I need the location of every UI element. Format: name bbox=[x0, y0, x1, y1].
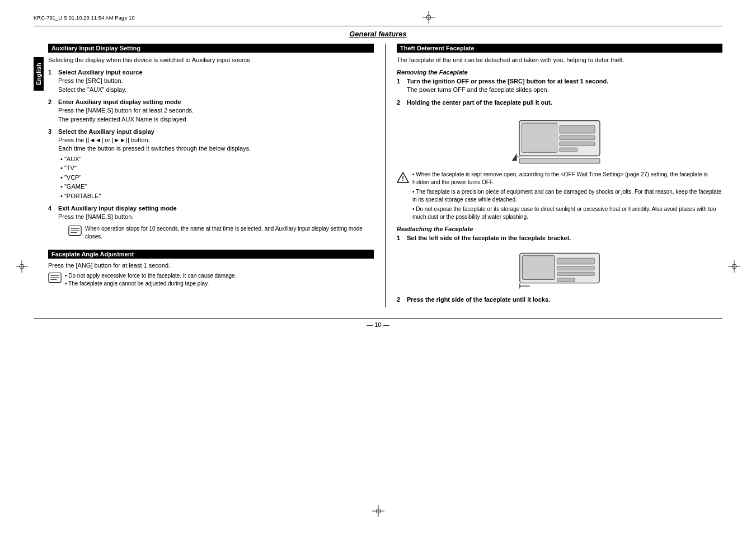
faceplate-image-1 bbox=[397, 110, 722, 166]
bullet-aux: "AUX" bbox=[60, 154, 374, 164]
crosshair-right-icon bbox=[728, 260, 740, 274]
reattaching-title: Reattaching the Faceplate bbox=[397, 226, 722, 232]
remove-step-1: 1 Turn the ignition OFF or press the [SR… bbox=[397, 78, 722, 94]
faceplate-angle-note-box: • Do not apply excessive force to the fa… bbox=[48, 272, 374, 288]
svg-rect-32 bbox=[557, 272, 595, 275]
faceplate-angle-note-2: • The faceplate angle cannot be adjusted… bbox=[65, 280, 236, 288]
aux-section-body: Selecting the display when this device i… bbox=[48, 56, 374, 241]
right-column: Theft Deterrent Faceplate The faceplate … bbox=[397, 44, 722, 307]
warning-triangle-icon: ! bbox=[397, 172, 409, 184]
theft-section: Theft Deterrent Faceplate The faceplate … bbox=[397, 44, 722, 303]
step-1-number: 1 bbox=[48, 69, 56, 76]
remove-step-1-title: Turn the ignition OFF or press the [SRC]… bbox=[407, 78, 608, 85]
note-icon bbox=[68, 225, 82, 236]
reattach-step-1-header: 1 Set the left side of the faceplate in … bbox=[397, 235, 722, 241]
step-3-line-1: Press the [|◄◄] or [►►|] button. bbox=[58, 136, 374, 144]
bullet-portable: "PORTABLE" bbox=[60, 191, 374, 201]
svg-rect-22 bbox=[560, 148, 577, 152]
faceplate-angle-section: Faceplate Angle Adjustment Press the [AN… bbox=[48, 250, 374, 288]
step-3-bullet-list: "AUX" "TV" "VCP" "GAME" "PORTABLE" bbox=[60, 154, 374, 201]
step-3-header: 3 Select the Auxiliary input display bbox=[48, 128, 374, 135]
removing-title: Removing the Faceplate bbox=[397, 69, 722, 76]
faceplate-angle-note-1: • Do not apply excessive force to the fa… bbox=[65, 272, 236, 280]
step-3-content: Press the [|◄◄] or [►►|] button. Each ti… bbox=[58, 136, 374, 200]
svg-rect-20 bbox=[560, 135, 595, 139]
step-4-header: 4 Exit Auxiliary input display setting m… bbox=[48, 205, 374, 212]
svg-rect-18 bbox=[522, 123, 557, 152]
step-4: 4 Exit Auxiliary input display setting m… bbox=[48, 205, 374, 240]
remove-step-2-number: 2 bbox=[397, 99, 405, 106]
reattach-step-2-header: 2 Press the right side of the faceplate … bbox=[397, 296, 722, 303]
remove-step-2: 2 Holding the center part of the facepla… bbox=[397, 99, 722, 106]
faceplate-image-2 bbox=[397, 246, 722, 291]
step-1-title: Select Auxiliary input source bbox=[58, 69, 143, 76]
svg-rect-33 bbox=[557, 278, 575, 282]
step-2-line-1: Press the [NAME.S] button for at least 2… bbox=[58, 106, 374, 115]
page: KRC-791_U.S 01.10.29 11:54 AM Page 10 Ge… bbox=[0, 0, 756, 534]
reattach-step-2: 2 Press the right side of the faceplate … bbox=[397, 296, 722, 303]
step-1-content: Press the [SRC] button. Select the "AUX"… bbox=[58, 77, 374, 94]
left-column: Auxiliary Input Display Setting Selectin… bbox=[48, 44, 386, 307]
step-1-line-1: Press the [SRC] button. bbox=[58, 77, 374, 85]
step-2-title: Enter Auxiliary input display setting mo… bbox=[58, 99, 181, 105]
doc-ref: KRC-791_U.S 01.10.29 11:54 AM Page 10 bbox=[34, 15, 135, 21]
faceplate-svg-2 bbox=[515, 246, 604, 291]
reattach-step-2-title: Press the right side of the faceplate un… bbox=[407, 296, 550, 303]
svg-rect-19 bbox=[560, 125, 595, 133]
main-content: Auxiliary Input Display Setting Selectin… bbox=[48, 44, 722, 307]
step-2-line-2: The presently selected AUX Name is displ… bbox=[58, 115, 374, 124]
remove-step-1-content: The power turns OFF and the faceplate sl… bbox=[407, 86, 722, 94]
faceplate-svg-1 bbox=[509, 110, 610, 166]
theft-intro: The faceplate of the unit can be detache… bbox=[397, 56, 722, 64]
bullet-game: "GAME" bbox=[60, 182, 374, 191]
faceplate-angle-body: Press the [ANG] button for at least 1 se… bbox=[48, 262, 374, 288]
aux-section: Auxiliary Input Display Setting Selectin… bbox=[48, 44, 374, 241]
step-1: 1 Select Auxiliary input source Press th… bbox=[48, 69, 374, 94]
svg-rect-31 bbox=[557, 266, 595, 270]
sidebar-english-label: English bbox=[34, 57, 44, 91]
step-2-number: 2 bbox=[48, 99, 56, 105]
warning-text-1: • When the faceplate is kept remove open… bbox=[412, 171, 722, 186]
svg-rect-29 bbox=[522, 256, 555, 280]
crosshair-bottom-icon bbox=[372, 505, 384, 518]
warning-box: ! • When the faceplate is kept remove op… bbox=[397, 171, 722, 221]
step-2-header: 2 Enter Auxiliary input display setting … bbox=[48, 99, 374, 105]
step-4-note-text: When operation stops for 10 seconds, the… bbox=[85, 225, 374, 241]
content-area: English Auxiliary Input Display Setting … bbox=[34, 44, 722, 307]
remove-step-1-header: 1 Turn the ignition OFF or press the [SR… bbox=[397, 78, 722, 85]
removing-section: Removing the Faceplate 1 Turn the igniti… bbox=[397, 69, 722, 221]
svg-rect-30 bbox=[557, 258, 595, 264]
page-number-text: — 10 — bbox=[367, 321, 389, 328]
reattach-step-1-title: Set the left side of the faceplate in th… bbox=[407, 235, 571, 241]
aux-section-header: Auxiliary Input Display Setting bbox=[48, 44, 374, 53]
step-3-line-2: Each time the button is pressed it switc… bbox=[58, 144, 374, 153]
remove-step-1-line-1: The power turns OFF and the faceplate sl… bbox=[407, 86, 722, 94]
step-2-content: Press the [NAME.S] button for at least 2… bbox=[58, 106, 374, 124]
bullet-vcp: "VCP" bbox=[60, 173, 374, 182]
step-1-line-2: Select the "AUX" display. bbox=[58, 86, 374, 94]
remove-step-2-header: 2 Holding the center part of the facepla… bbox=[397, 99, 722, 106]
svg-rect-21 bbox=[560, 142, 595, 146]
faceplate-angle-header: Faceplate Angle Adjustment bbox=[48, 250, 374, 259]
remove-step-2-title: Holding the center part of the faceplate… bbox=[407, 99, 552, 106]
faceplate-angle-intro: Press the [ANG] button for at least 1 se… bbox=[48, 262, 374, 269]
step-2: 2 Enter Auxiliary input display setting … bbox=[48, 99, 374, 124]
theft-section-header: Theft Deterrent Faceplate bbox=[397, 44, 722, 53]
top-bar: KRC-791_U.S 01.10.29 11:54 AM Page 10 bbox=[34, 11, 722, 26]
remove-step-1-number: 1 bbox=[397, 78, 405, 85]
step-4-content: Press the [NAME.S] button. bbox=[58, 213, 374, 240]
crosshair-left-icon bbox=[16, 260, 28, 274]
warning-text-3: • Do not expose the faceplate or its sto… bbox=[412, 205, 722, 221]
step-4-line-1: Press the [NAME.S] button. bbox=[58, 213, 374, 221]
svg-rect-23 bbox=[519, 158, 600, 163]
reattaching-section: Reattaching the Faceplate 1 Set the left… bbox=[397, 226, 722, 303]
step-4-note-box: When operation stops for 10 seconds, the… bbox=[68, 225, 374, 241]
angle-note-icon bbox=[48, 272, 62, 283]
reattach-step-1-number: 1 bbox=[397, 235, 405, 241]
svg-text:!: ! bbox=[402, 175, 404, 182]
bullet-tv: "TV" bbox=[60, 163, 374, 173]
svg-marker-24 bbox=[512, 153, 517, 161]
step-3: 3 Select the Auxiliary input display Pre… bbox=[48, 128, 374, 200]
warning-text-2: • The faceplate is a precision piece of … bbox=[412, 188, 722, 204]
step-4-title: Exit Auxiliary input display setting mod… bbox=[58, 205, 177, 212]
